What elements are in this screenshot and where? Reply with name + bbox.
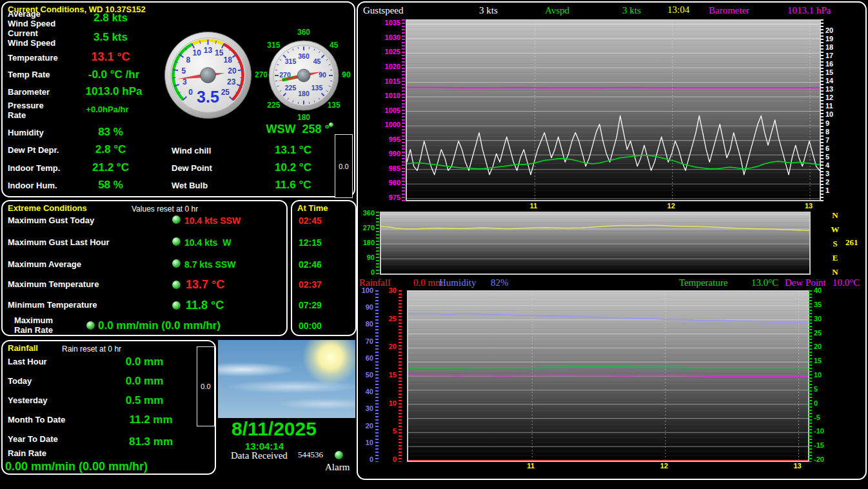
rain-today-label: Today — [8, 376, 32, 386]
rain-reset-note: Rain reset at 0 hr — [62, 344, 121, 354]
axis-tick-label: 14 — [825, 77, 847, 85]
max-temperature-led — [172, 281, 181, 289]
temp-rate-value: -0.0 °C /hr — [70, 68, 157, 81]
series-wind-direction — [381, 225, 809, 230]
current-direction-value: 261 — [845, 237, 858, 248]
series-temperature — [408, 367, 808, 368]
max-temperature-label: Maximum Temperature — [8, 279, 99, 289]
alarm-led — [335, 451, 343, 459]
axis-tick-label: 0 — [382, 455, 397, 463]
axis-tick-label: 0 — [359, 268, 375, 276]
svg-text:315: 315 — [267, 41, 280, 50]
pressure-rate-value: +0.0hPa/hr — [70, 105, 144, 114]
humidity-label: Humidity — [8, 128, 44, 137]
at-time-2: 02:46 — [292, 259, 355, 270]
wind-barometer-chart[interactable] — [406, 19, 821, 201]
max-gust-today-label: Maximum Gust Today — [8, 215, 94, 225]
temp-axis-ticks — [809, 290, 812, 462]
svg-text:23: 23 — [227, 77, 236, 86]
min-temperature-label: Minimum Temperature — [8, 300, 97, 310]
axis-tick-label: 0 — [814, 399, 836, 407]
svg-text:270: 270 — [255, 70, 268, 79]
axis-tick-label: 30 — [814, 315, 836, 323]
knots-axis-ticks — [820, 19, 824, 201]
rainfall-title: Rainfall — [8, 343, 38, 353]
compass-letter-s: S — [829, 239, 841, 253]
max-rain-rate-led — [86, 321, 95, 330]
avg-wind-speed-value: 2.8 kts — [70, 12, 151, 25]
rain-humidity-temp-chart[interactable] — [407, 290, 809, 462]
gustspeed-label: Gustspeed — [363, 5, 404, 16]
axis-tick-label: 40 — [814, 286, 836, 294]
axis-tick-label: 20 — [825, 26, 847, 34]
axis-tick-label: 30 — [382, 286, 397, 294]
axis-tick-label: 35 — [814, 301, 836, 308]
wind-direction-gauge[interactable]: 3604590135180225270315360459013518022527… — [255, 27, 352, 124]
min-temperature-led — [172, 301, 181, 310]
rain-last-hour-value: 0.0 mm — [99, 355, 190, 368]
axis-tick-label: 360 — [359, 209, 375, 217]
svg-text:5: 5 — [182, 66, 186, 75]
axis-tick-label: 100 — [358, 286, 373, 294]
axis-tick-label: -10 — [814, 427, 836, 435]
axis-tick-label: 40 — [358, 388, 373, 395]
max-gust-hour-led — [172, 237, 181, 246]
compass-letter-e: E — [829, 253, 841, 267]
axis-tick-label: 985 — [359, 165, 400, 172]
rain-bar-gauge: 0.0 — [197, 346, 215, 426]
bottom-chart-hour-labels: 111213 — [407, 462, 807, 471]
extreme-reset-note: Values reset at 0 hr — [132, 205, 198, 214]
wet-bulb-value: 11.6 °C — [253, 179, 333, 192]
axis-tick-label: 8 — [825, 128, 847, 135]
svg-text:45: 45 — [313, 57, 321, 65]
data-received-label: Data Received — [231, 450, 288, 461]
wind-speed-gauge[interactable]: 0358101315182023253.5 — [161, 28, 255, 122]
current-date: 8/11/2025 — [222, 418, 326, 440]
svg-text:25: 25 — [221, 88, 230, 97]
avspd-label: Avspd — [545, 5, 569, 16]
rain-bar-value: 0.0 — [201, 383, 210, 390]
max-rain-rate-value: 0.0 mm/min (0.0 mm/hr) — [98, 319, 285, 332]
axis-tick-label: 270 — [359, 224, 375, 232]
max-gust-today-led — [172, 215, 181, 224]
axis-tick-label: -20 — [814, 455, 836, 463]
axis-tick-label: 975 — [359, 194, 400, 201]
axis-tick-label: 12 — [825, 94, 847, 101]
axis-tick-label: 10 — [358, 439, 373, 446]
winddir-axis-labels: 090180270360 — [359, 212, 375, 272]
barometer-axis-labels: 9759809859909951000100510101015102010251… — [359, 19, 400, 199]
series-avspd — [407, 155, 820, 169]
at-time-0: 02:45 — [292, 215, 355, 226]
axis-tick-label: 1035 — [359, 19, 400, 26]
svg-text:20: 20 — [228, 66, 237, 75]
svg-text:225: 225 — [267, 101, 280, 110]
at-time-title: At Time — [297, 203, 328, 213]
weather-display-screen: Current Conditions, WD 10.37S152 Average… — [0, 0, 868, 489]
alarm-label: Alarm — [325, 462, 350, 473]
axis-tick-label: 90 — [358, 303, 373, 311]
axis-tick-label: 19 — [825, 35, 847, 43]
series-humidity — [408, 314, 808, 322]
rain-yesterday-value: 0.5 mm — [99, 394, 190, 407]
temp-rate-label: Temp Rate — [8, 70, 50, 79]
avg-wind-speed-label: Average Wind Speed — [8, 9, 55, 28]
axis-tick-label: 1010 — [359, 92, 400, 99]
at-time-3: 02:37 — [292, 279, 355, 290]
svg-text:180: 180 — [297, 113, 310, 122]
axis-tick-label: 10 — [382, 399, 397, 407]
max-rain-rate-label: Maximum Rain Rate — [14, 315, 53, 335]
axis-tick-label: 0 — [358, 455, 373, 463]
barometer-value: 1013.0 hPa — [70, 85, 157, 98]
hour-tick-label: 11 — [524, 462, 538, 470]
current-conditions-panel: Current Conditions, WD 10.37S152 Average… — [1, 1, 355, 197]
wind-direction-chart[interactable] — [380, 212, 811, 275]
hour-tick-label: 13 — [802, 202, 816, 210]
humidity-axis-ticks — [375, 290, 379, 462]
axis-tick-label: 1030 — [359, 34, 400, 41]
gustspeed-value: 3 kts — [479, 5, 498, 16]
rain-axis-labels: 051015202530 — [382, 290, 397, 459]
dew-point-label: Dew Point — [172, 163, 212, 173]
charts-panel: Gustspeed 3 kts Avspd 3 kts 13:04 Barome… — [357, 1, 867, 480]
cur-wind-speed-label: Current Wind Speed — [8, 28, 55, 48]
axis-tick-label: 995 — [359, 135, 400, 143]
